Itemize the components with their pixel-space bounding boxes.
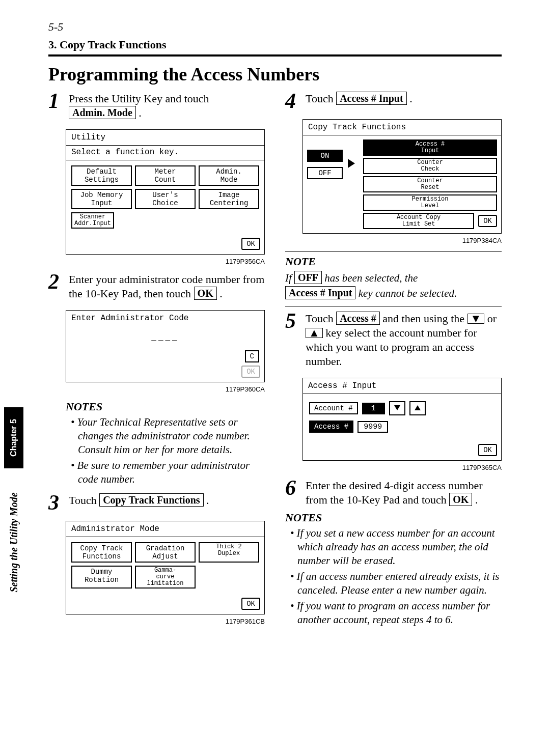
notes-heading: NOTES [66, 400, 265, 413]
users-choice-button[interactable]: User's Choice [135, 189, 196, 209]
last-menu-row: Account Copy Limit Set OK [363, 213, 497, 229]
note-body: If OFF has been selected, the Access # I… [285, 270, 502, 301]
step-text: Touch Access # and then using the ▼ or ▲… [306, 312, 502, 369]
step-text-fragment: and then using the [382, 312, 467, 325]
note-item: If you want to program an access number … [290, 599, 502, 627]
account-copy-limit-set-button[interactable]: Account Copy Limit Set [363, 213, 474, 229]
arrow-right-icon [348, 159, 355, 168]
panel-subtitle: Select a function key. [66, 145, 264, 160]
step-2: 2 Enter your administrator code number f… [48, 272, 265, 301]
copy-track-functions-button[interactable]: Copy Track Functions [71, 542, 132, 563]
ok-row: OK [66, 234, 264, 254]
ok-button[interactable]: OK [478, 215, 497, 227]
code-placeholder[interactable]: ____ [142, 332, 188, 343]
figure-caption: 1179P384CA [302, 237, 502, 244]
step-5: 5 Touch Access # and then using the ▼ or… [285, 312, 502, 369]
gradation-adjust-button[interactable]: Gradation Adjust [135, 542, 196, 563]
chapter-tab-label: Chapter 5 [9, 419, 18, 457]
step-6: 6 Enter the desired 4-digit access numbe… [285, 479, 502, 507]
left-column: 1 Press the Utility Key and touch Admin.… [48, 92, 265, 632]
up-arrow-button[interactable] [409, 401, 426, 415]
step-number: 6 [285, 479, 299, 507]
notes-list: If you set a new access number for an ac… [290, 526, 502, 627]
access-input-key: Access # Input [336, 92, 406, 105]
ok-button[interactable]: OK [241, 598, 260, 610]
meter-count-button[interactable]: Meter Count [135, 165, 196, 186]
panel-title: Administrator Mode [66, 521, 264, 537]
note-item: If an access number entered already exis… [290, 570, 502, 597]
up-arrow-icon [415, 405, 421, 410]
chapter-tab: Chapter 5 [4, 407, 23, 468]
step-number: 3 [48, 493, 63, 512]
down-arrow-icon [394, 405, 400, 410]
ok-button[interactable]: OK [478, 444, 497, 456]
code-entry-area: ____ [66, 325, 264, 350]
ctf-layout: ON OFF Access # Input Counter Check Coun… [307, 139, 497, 229]
step-text-fragment: Press the Utility Key and touch [69, 92, 209, 105]
admin-mode-panel: Administrator Mode Copy Track Functions … [66, 521, 265, 614]
access-row: Access # 9999 [309, 421, 495, 433]
step-number: 4 [285, 92, 299, 110]
thick2-duplex-button[interactable]: Thick 2 Duplex [199, 542, 259, 563]
off-button[interactable]: OFF [307, 167, 343, 179]
side-tab: Chapter 5 Setting the Utility Mode [4, 356, 23, 611]
admin-mode-button[interactable]: Admin. Mode [199, 165, 259, 186]
permission-level-button[interactable]: Permission Level [363, 194, 497, 211]
step-text-fragment: Touch [306, 92, 336, 105]
figure-caption: 1179P365CA [302, 464, 502, 471]
image-centering-button[interactable]: Image Centering [199, 189, 259, 209]
step-text-fragment: key select the account number for which … [306, 326, 477, 368]
gamma-curve-limitation-button[interactable]: Gamma- curve limitation [135, 566, 196, 589]
note-item: Your Technical Representative sets or ch… [71, 415, 265, 457]
step-4: 4 Touch Access # Input . [285, 92, 502, 110]
step-text-fragment: . [139, 106, 142, 119]
ok-button[interactable]: OK [241, 238, 260, 250]
utility-panel: Utility Select a function key. Default S… [66, 129, 265, 255]
access-input-button[interactable]: Access # Input [363, 139, 497, 156]
access-number-value[interactable]: 9999 [358, 421, 388, 433]
step-text-fragment: Enter your administrator code number fro… [69, 273, 264, 300]
clear-button[interactable]: C [245, 350, 259, 362]
down-arrow-button[interactable] [389, 401, 405, 415]
panel-title: Access # Input [303, 378, 501, 394]
panel-body: Account # 1 Access # 9999 [303, 394, 501, 440]
dummy-rotation-button[interactable]: Dummy Rotation [71, 566, 132, 589]
content-columns: 1 Press the Utility Key and touch Admin.… [48, 92, 502, 632]
counter-reset-button[interactable]: Counter Reset [363, 176, 497, 192]
panel-title: Utility [66, 130, 264, 145]
on-button[interactable]: ON [307, 150, 343, 162]
step-text-fragment: or [487, 312, 497, 325]
panel-title: Copy Track Functions [303, 120, 501, 135]
figure-caption: 1179P356CA [66, 258, 265, 265]
default-settings-button[interactable]: Default Settings [71, 165, 132, 186]
counter-check-button[interactable]: Counter Check [363, 158, 497, 174]
page-title: Programming the Access Numbers [48, 64, 319, 85]
scanner-addr-input-button[interactable]: Scanner Addr.Input [71, 212, 114, 229]
step-3: 3 Touch Copy Track Functions . [48, 493, 265, 512]
step-text: Touch Copy Track Functions . [69, 493, 209, 512]
page-number: 5-5 [48, 20, 63, 34]
figure-caption: 1179P361CB [66, 618, 265, 625]
section-tab-label: Setting the Utility Mode [8, 492, 20, 592]
panel-title: Enter Administrator Code [66, 311, 264, 325]
note-fragment: If [285, 272, 294, 284]
access-number-button[interactable]: Access # [309, 421, 353, 433]
job-memory-input-button[interactable]: Job Memory Input [71, 189, 132, 209]
button-row: Job Memory Input User's Choice Image Cen… [71, 189, 259, 209]
right-column: 4 Touch Access # Input . Copy Track Func… [285, 92, 502, 632]
arrow-indicator [348, 139, 358, 171]
step-text: Enter the desired 4-digit access number … [306, 479, 502, 507]
copy-track-functions-panel: Copy Track Functions ON OFF Access # Inp… [302, 119, 502, 234]
step-text-fragment: Touch [69, 494, 99, 507]
account-number-button[interactable]: Account # [309, 402, 358, 414]
section-tab: Setting the Utility Mode [4, 473, 23, 611]
step-1: 1 Press the Utility Key and touch Admin.… [48, 92, 265, 120]
step-text-fragment: . [409, 92, 413, 105]
account-row: Account # 1 [309, 401, 495, 415]
down-arrow-key: ▼ [468, 314, 485, 324]
panel-body: Default Settings Meter Count Admin. Mode… [66, 160, 264, 234]
step-text: Touch Access # Input . [306, 92, 413, 110]
clear-row: C [66, 350, 264, 365]
ok-key: OK [449, 493, 472, 506]
access-number-key: Access # [336, 312, 380, 325]
